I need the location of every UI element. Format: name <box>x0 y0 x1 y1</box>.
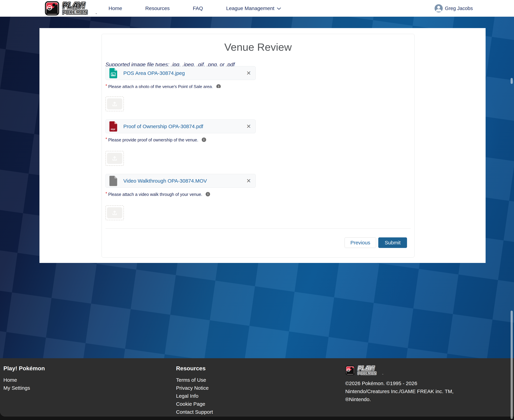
svg-text:™: ™ <box>95 13 97 15</box>
requirement-line: * Please provide proof of ownership of t… <box>105 137 411 142</box>
svg-text:POKÉMON: POKÉMON <box>62 9 88 15</box>
file-link[interactable]: POS Area OPA-30874.jpeg <box>123 70 185 76</box>
form-actions: Previous Submit <box>105 237 411 248</box>
upload-dropzone[interactable] <box>105 97 124 111</box>
footer-heading: Resources <box>176 365 213 372</box>
footer-link-home[interactable]: Home <box>3 377 45 382</box>
upload-icon <box>112 210 117 216</box>
form-divider <box>105 228 411 229</box>
venue-review-card: Venue Review Supported image file types:… <box>102 34 414 257</box>
upload-row: Video Walkthrough OPA-30874.MOV ✕ * Plea… <box>105 174 411 220</box>
svg-text:PLAY!: PLAY! <box>62 1 85 10</box>
footer-link-cookie-page[interactable]: Cookie Page <box>176 401 213 406</box>
footer-link-contact-support[interactable]: Contact Support <box>176 409 213 414</box>
footer-logo: PLAY! PLAY! POKÉMON POKÉMON ™ <box>345 365 478 375</box>
previous-button[interactable]: Previous <box>345 237 376 248</box>
footer-link-my-settings[interactable]: My Settings <box>3 385 45 390</box>
info-icon[interactable]: i <box>216 84 221 88</box>
copyright-text: ©2026 Pokémon. ©1995 - 2026 Nintendo/Cre… <box>345 379 478 403</box>
svg-text:™: ™ <box>382 374 383 375</box>
required-asterisk: * <box>105 84 107 88</box>
upload-dropzone[interactable] <box>105 205 124 220</box>
page-title: Venue Review <box>105 41 411 53</box>
upload-icon <box>112 156 117 161</box>
footer-link-legal-info[interactable]: Legal Info <box>176 393 213 398</box>
info-icon[interactable]: i <box>206 192 210 196</box>
svg-text:PLAY!: PLAY! <box>358 365 374 371</box>
nav-league-management[interactable]: League Management <box>226 6 281 11</box>
chevron-down-icon <box>277 7 281 10</box>
footer-col-legal: PLAY! PLAY! POKÉMON POKÉMON ™ ©2026 Poké… <box>345 365 478 403</box>
nav-home[interactable]: Home <box>109 6 122 11</box>
footer-link-privacy-notice[interactable]: Privacy Notice <box>176 385 213 390</box>
scrollbar-thumb-bottom[interactable] <box>511 311 513 419</box>
requirement-line: * Please attach a photo of the venue's P… <box>105 84 411 88</box>
footer-heading: Play! Pokémon <box>3 365 45 372</box>
nav-faq[interactable]: FAQ <box>193 6 203 11</box>
main-panel: Venue Review Supported image file types:… <box>39 28 486 263</box>
attached-file: PDF Proof of Ownership OPA-30874.pdf ✕ <box>105 120 256 133</box>
scrollbar-thumb-top[interactable] <box>511 78 513 84</box>
footer-col-resources: Resources Terms of Use Privacy Notice Le… <box>176 365 213 417</box>
footer-col-play-pokemon: Play! Pokémon Home My Settings <box>3 365 45 393</box>
pokeball-trainer-icon <box>45 1 59 16</box>
upload-row: POS Area OPA-30874.jpeg ✕ * Please attac… <box>105 66 411 111</box>
generic-file-icon <box>109 176 117 186</box>
play-pokemon-wordmark: PLAY! PLAY! POKÉMON POKÉMON ™ <box>62 1 97 15</box>
main-navigation: Home Resources FAQ League Management <box>109 6 281 11</box>
requirement-line: * Please attach a video walk through of … <box>105 192 411 197</box>
svg-text:PDF: PDF <box>111 128 116 131</box>
upload-dropzone[interactable] <box>105 151 124 166</box>
remove-file-button[interactable]: ✕ <box>246 70 251 76</box>
user-menu[interactable]: Greg Jacobs <box>434 4 473 12</box>
pokeball-trainer-icon <box>345 366 355 375</box>
play-pokemon-logo[interactable]: PLAY! PLAY! POKÉMON POKÉMON ™ <box>45 1 97 16</box>
remove-file-button[interactable]: ✕ <box>246 178 251 184</box>
nav-resources[interactable]: Resources <box>145 6 169 11</box>
attached-file: Video Walkthrough OPA-30874.MOV ✕ <box>105 174 256 188</box>
image-file-icon <box>109 68 117 78</box>
page-background: Venue Review Supported image file types:… <box>0 17 514 358</box>
file-link[interactable]: Proof of Ownership OPA-30874.pdf <box>123 124 203 129</box>
footer: Play! Pokémon Home My Settings Resources… <box>0 358 514 416</box>
avatar-icon <box>434 4 443 12</box>
play-pokemon-wordmark: PLAY! PLAY! POKÉMON POKÉMON ™ <box>357 365 384 375</box>
remove-file-button[interactable]: ✕ <box>246 124 251 129</box>
required-asterisk: * <box>105 137 107 141</box>
attached-file: POS Area OPA-30874.jpeg ✕ <box>105 66 256 80</box>
submit-button[interactable]: Submit <box>378 237 407 248</box>
footer-background: Play! Pokémon Home My Settings Resources… <box>0 358 514 420</box>
svg-text:POKÉMON: POKÉMON <box>358 371 376 375</box>
pdf-file-icon: PDF <box>109 121 117 132</box>
upload-icon <box>112 101 117 107</box>
required-asterisk: * <box>105 192 107 195</box>
upload-row: PDF Proof of Ownership OPA-30874.pdf ✕ *… <box>105 120 411 166</box>
footer-link-terms-of-use[interactable]: Terms of Use <box>176 377 213 382</box>
info-icon[interactable]: i <box>202 137 206 142</box>
top-navbar: PLAY! PLAY! POKÉMON POKÉMON ™ Home Resou… <box>0 0 514 17</box>
file-link[interactable]: Video Walkthrough OPA-30874.MOV <box>123 178 207 184</box>
user-name: Greg Jacobs <box>445 6 473 11</box>
